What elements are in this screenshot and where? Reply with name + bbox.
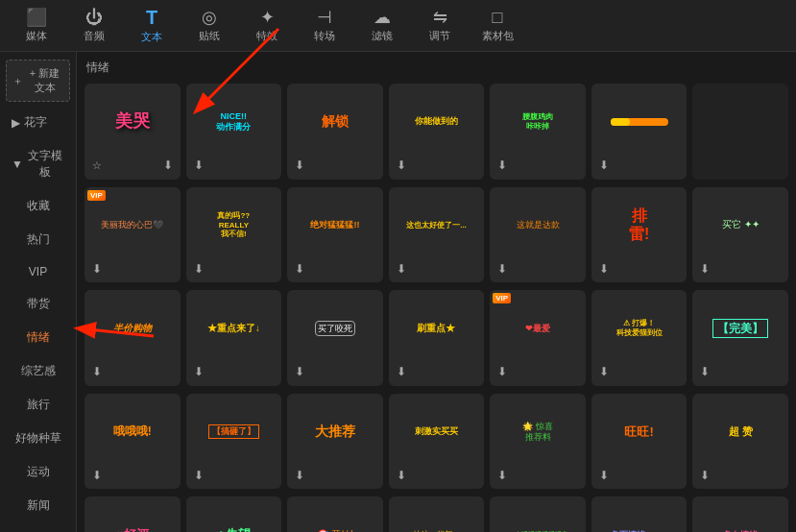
card-datuijian[interactable]: 大推荐 ⬇ — [287, 394, 383, 490]
card-woubuxin[interactable]: 真的吗??REALLY我不信! ⬇ — [186, 187, 282, 283]
download-icon[interactable]: ⬇ — [92, 262, 102, 276]
card-ohoh[interactable]: 哦哦哦! ⬇ — [84, 394, 181, 490]
card-ban-jia[interactable]: 半价购物 ⬇ — [84, 290, 181, 386]
card-wanmei[interactable]: 【完美】 ⬇ — [692, 290, 788, 386]
card-fuxiang[interactable]: 负向情绪 — [692, 496, 788, 532]
download-icon[interactable]: ⬇ — [92, 365, 102, 378]
card-chaozan[interactable]: 超 赞 ⬇ — [692, 394, 788, 490]
new-text-button[interactable]: ＋ + 新建文本 — [6, 60, 70, 102]
sidebar-item-yundong[interactable]: 运动 — [4, 456, 72, 488]
card-jiafei[interactable]: 腰腹鸡肉咔咔掉 ⬇ — [490, 84, 586, 180]
sidebar-item-daihuo[interactable]: 带货 — [4, 288, 72, 320]
card-stripe1[interactable]: ⬇ — [591, 84, 687, 180]
download-icon[interactable]: ⬇ — [295, 365, 304, 378]
card-dakao-inner: ⚠ 打爆！科技爱猫到位 — [595, 296, 684, 362]
sticker-icon: ◎ — [202, 9, 217, 26]
toolbar-assets[interactable]: □ 素材包 — [469, 2, 526, 50]
download-icon[interactable]: ⬇ — [497, 158, 507, 172]
toolbar-filter[interactable]: ☁ 滤镜 — [353, 2, 411, 50]
card-mait[interactable]: 买它 ✦✦ ⬇ — [692, 187, 788, 283]
card-shiwang[interactable]: ♣失望 — [186, 496, 282, 532]
download-icon[interactable]: ⬇ — [599, 158, 609, 172]
sidebar-item-haowuzhongcao[interactable]: 好物种草 — [4, 423, 72, 454]
collect-label: 收藏 — [27, 199, 50, 212]
sidebar-item-zongyigan[interactable]: 综艺感 — [4, 355, 72, 387]
sidebar-item-xinwen[interactable]: 新闻 — [4, 490, 72, 521]
card-juedui-footer: ⬇ — [291, 258, 379, 278]
toolbar-text[interactable]: T 文本 — [123, 2, 181, 50]
toolbar-transition[interactable]: ⊣ 转场 — [296, 2, 353, 50]
download-icon[interactable]: ⬇ — [700, 469, 710, 482]
card-vip2[interactable]: VIP ❤最爱 ⬇ — [490, 290, 586, 386]
star-icon[interactable]: ☆ — [92, 159, 102, 172]
card-vip2-footer: ⬇ — [494, 361, 582, 380]
card-mailesisi[interactable]: 买了咬死 ⬇ — [287, 290, 383, 386]
download-icon[interactable]: ⬇ — [599, 262, 609, 276]
card-zhongdian-footer: ⬇ — [190, 361, 278, 380]
card-datuijian-inner: 大推荐 — [291, 399, 379, 465]
download-icon[interactable]: ⬇ — [194, 262, 204, 276]
card-haoping[interactable]: ♥好评 ⬇ — [84, 496, 181, 532]
card-zhejiu[interactable]: 这就是达款 ⬇ — [490, 187, 586, 283]
vip-badge: VIP — [87, 190, 106, 201]
sidebar-item-collect[interactable]: 收藏 — [4, 190, 72, 222]
download-icon[interactable]: ⬇ — [497, 365, 507, 378]
main-area: ＋ + 新建文本 ▶ 花字 ▼ 文字模板 收藏 热门 VIP 带货 情绪 综艺感 — [0, 52, 796, 532]
download-icon[interactable]: ⬇ — [194, 469, 204, 482]
card-xinba[interactable]: VIP 美丽我的心巴🖤 ⬇ — [84, 187, 181, 283]
toolbar-media[interactable]: ⬛ 媒体 — [8, 2, 65, 50]
card-zhongdian[interactable]: ★重点来了↓ ⬇ — [186, 290, 282, 386]
card-gaoza[interactable]: 【搞砸了】 ⬇ — [186, 394, 282, 490]
download-icon[interactable]: ⬇ — [700, 365, 710, 378]
card-jingxi[interactable]: 🌟 惊喜推荐料 ⬇ — [490, 394, 586, 490]
download-icon[interactable]: ⬇ — [295, 262, 304, 276]
card-start[interactable]: 🎯 开始! — [287, 496, 383, 532]
card-bizheyixie[interactable]: 比这一些都... — [389, 496, 485, 532]
toolbar-adjust[interactable]: ⇋ 调节 — [411, 2, 469, 50]
card-dakao[interactable]: ⚠ 打爆！科技爱猫到位 ⬇ — [591, 290, 687, 386]
sidebar-item-wenzi-template[interactable]: ▼ 文字模板 — [4, 140, 72, 188]
card-woubuxin-footer: ⬇ — [190, 258, 278, 278]
download-icon[interactable]: ⬇ — [194, 158, 204, 172]
download-icon[interactable]: ⬇ — [295, 158, 304, 172]
sidebar-item-huazi[interactable]: ▶ 花字 — [4, 107, 72, 138]
download-icon[interactable]: ⬇ — [497, 469, 507, 482]
card-wangwang[interactable]: 旺旺! ⬇ — [591, 394, 687, 490]
card-shuazhongdian-footer: ⬇ — [393, 361, 481, 380]
sidebar-item-qingxu[interactable]: 情绪 — [4, 322, 72, 353]
download-icon[interactable]: ⬇ — [92, 469, 102, 482]
download-icon[interactable]: ⬇ — [397, 469, 406, 482]
card-juedui[interactable]: 绝对猛猛猛!! ⬇ — [287, 187, 383, 283]
download-icon[interactable]: ⬇ — [295, 469, 304, 482]
card-pailei[interactable]: 排雷! ⬇ — [591, 187, 687, 283]
toolbar-sticker[interactable]: ◎ 贴纸 — [181, 2, 238, 50]
card-nengzuodao[interactable]: 你能做到的 ⬇ — [389, 84, 485, 180]
card-jiesuo[interactable]: 解锁 ⬇ — [287, 84, 383, 180]
download-icon[interactable]: ⬇ — [497, 262, 507, 276]
sidebar-item-hot[interactable]: 热门 — [4, 224, 72, 255]
sidebar-item-lvxing[interactable]: 旅行 — [4, 389, 72, 421]
download-icon[interactable]: ⬇ — [700, 262, 710, 276]
download-icon[interactable]: ⬇ — [599, 365, 609, 378]
card-jingxi-footer: ⬇ — [494, 465, 582, 484]
toolbar-audio[interactable]: ⏻ 音频 — [65, 2, 123, 50]
download-icon[interactable]: ⬇ — [397, 158, 406, 172]
download-icon[interactable]: ⬇ — [163, 158, 173, 172]
download-icon[interactable]: ⬇ — [397, 365, 406, 378]
download-icon[interactable]: ⬇ — [397, 262, 406, 276]
card-bizheyixie-inner: 比这一些都... — [393, 502, 481, 532]
sidebar-item-more[interactable]: ··· — [4, 523, 72, 532]
download-icon[interactable]: ⬇ — [599, 469, 609, 482]
card-mailesisi-inner: 买了咬死 — [291, 296, 379, 362]
download-icon[interactable]: ⬇ — [194, 365, 204, 378]
card-jici[interactable]: 刺激实买买 ⬇ — [389, 394, 485, 490]
card-fumian[interactable]: 负面情绪emo~ — [591, 496, 687, 532]
card-taohao[interactable]: 这也太好使了一... ⬇ — [389, 187, 485, 283]
toolbar-media-label: 媒体 — [26, 29, 47, 43]
toolbar-effect[interactable]: ✦ 特效 — [238, 2, 296, 50]
card-yige[interactable]: 一个通通通通通通® — [490, 496, 586, 532]
sidebar-item-vip[interactable]: VIP — [4, 257, 72, 286]
card-shuazhongdian[interactable]: 刷重点★ ⬇ — [389, 290, 485, 386]
card-dongzuo[interactable]: NICE!!动作满分 ⬇ — [186, 84, 282, 180]
card-meiku[interactable]: 美哭 ☆ ⬇ — [84, 84, 181, 180]
